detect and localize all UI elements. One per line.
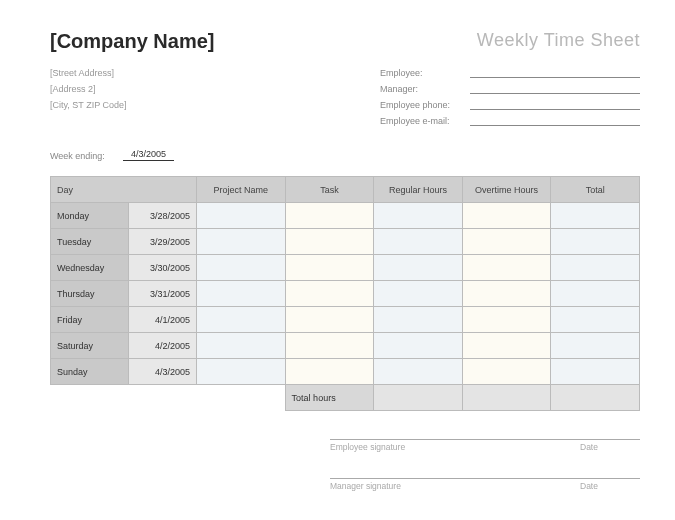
cell-day: Thursday [51,281,129,307]
cell-overtime[interactable] [462,229,551,255]
signature-block: Employee signature Date Manager signatur… [330,439,640,491]
total-overtime [462,385,551,411]
cell-date: 4/1/2005 [129,307,197,333]
cell-day: Saturday [51,333,129,359]
cell-date: 3/31/2005 [129,281,197,307]
cell-total [551,359,640,385]
employee-signature-row: Employee signature Date [330,439,640,452]
cell-date: 3/29/2005 [129,229,197,255]
table-row: Saturday4/2/2005 [51,333,640,359]
email-value[interactable] [470,113,640,126]
cell-project[interactable] [197,281,286,307]
table-row: Friday4/1/2005 [51,307,640,333]
header: [Company Name] Weekly Time Sheet [50,30,640,53]
info-row: [Street Address] [Address 2] [City, ST Z… [50,65,640,129]
employee-signature-date-label: Date [580,442,640,452]
cell-overtime[interactable] [462,359,551,385]
week-ending-label: Week ending: [50,151,105,161]
manager-signature-row: Manager signature Date [330,478,640,491]
total-grand [551,385,640,411]
page-title: Weekly Time Sheet [477,30,640,51]
cell-regular[interactable] [374,203,463,229]
manager-value[interactable] [470,81,640,94]
cell-regular[interactable] [374,281,463,307]
cell-overtime[interactable] [462,333,551,359]
email-label: Employee e-mail: [380,116,470,126]
col-task: Task [285,177,374,203]
col-project: Project Name [197,177,286,203]
manager-label: Manager: [380,84,470,94]
cell-overtime[interactable] [462,255,551,281]
cell-regular[interactable] [374,333,463,359]
manager-signature-date-label: Date [580,481,640,491]
cell-project[interactable] [197,203,286,229]
table-row: Sunday4/3/2005 [51,359,640,385]
table-header-row: Day Project Name Task Regular Hours Over… [51,177,640,203]
col-day: Day [51,177,197,203]
cell-task[interactable] [285,281,374,307]
cell-task[interactable] [285,359,374,385]
cell-day: Monday [51,203,129,229]
cell-project[interactable] [197,333,286,359]
phone-value[interactable] [470,97,640,110]
cell-project[interactable] [197,307,286,333]
cell-task[interactable] [285,333,374,359]
cell-overtime[interactable] [462,307,551,333]
employee-label: Employee: [380,68,470,78]
total-hours-label: Total hours [285,385,374,411]
cell-day: Sunday [51,359,129,385]
col-total: Total [551,177,640,203]
phone-label: Employee phone: [380,100,470,110]
cell-task[interactable] [285,229,374,255]
total-regular [374,385,463,411]
table-row: Monday3/28/2005 [51,203,640,229]
cell-date: 3/28/2005 [129,203,197,229]
employee-value[interactable] [470,65,640,78]
timesheet-table: Day Project Name Task Regular Hours Over… [50,176,640,411]
cell-day: Friday [51,307,129,333]
totals-row: Total hours [51,385,640,411]
cell-total [551,333,640,359]
table-row: Wednesday3/30/2005 [51,255,640,281]
cell-task[interactable] [285,203,374,229]
cell-total [551,203,640,229]
cell-regular[interactable] [374,359,463,385]
cell-project[interactable] [197,255,286,281]
cell-date: 4/2/2005 [129,333,197,359]
cell-date: 3/30/2005 [129,255,197,281]
address-line1: [Street Address] [50,65,127,81]
employee-signature-label: Employee signature [330,442,580,452]
cell-regular[interactable] [374,307,463,333]
week-ending-value[interactable]: 4/3/2005 [123,149,174,161]
cell-total [551,281,640,307]
address-line2: [Address 2] [50,81,127,97]
col-overtime: Overtime Hours [462,177,551,203]
cell-regular[interactable] [374,229,463,255]
cell-total [551,229,640,255]
cell-regular[interactable] [374,255,463,281]
cell-project[interactable] [197,359,286,385]
table-row: Thursday3/31/2005 [51,281,640,307]
company-name: [Company Name] [50,30,214,53]
cell-overtime[interactable] [462,281,551,307]
col-regular: Regular Hours [374,177,463,203]
employee-fields: Employee: Manager: Employee phone: Emplo… [380,65,640,129]
week-ending-row: Week ending: 4/3/2005 [50,149,640,161]
cell-total [551,307,640,333]
cell-total [551,255,640,281]
cell-task[interactable] [285,255,374,281]
cell-date: 4/3/2005 [129,359,197,385]
cell-task[interactable] [285,307,374,333]
address-block: [Street Address] [Address 2] [City, ST Z… [50,65,127,129]
manager-signature-label: Manager signature [330,481,580,491]
cell-overtime[interactable] [462,203,551,229]
cell-day: Tuesday [51,229,129,255]
cell-day: Wednesday [51,255,129,281]
address-line3: [City, ST ZIP Code] [50,97,127,113]
cell-project[interactable] [197,229,286,255]
table-row: Tuesday3/29/2005 [51,229,640,255]
